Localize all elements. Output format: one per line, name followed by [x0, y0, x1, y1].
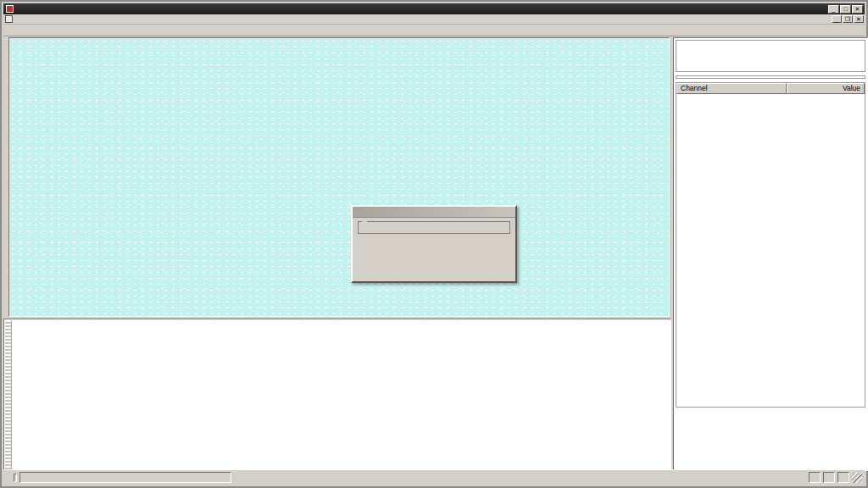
app-window: _ □ ✕ _ ❐ ✕ Channel Value: [0, 0, 868, 488]
chart-panel: [8, 37, 670, 317]
test-state-pane: [809, 472, 821, 483]
test-info-box: [676, 75, 865, 79]
status-bar: [3, 469, 865, 485]
title-bar[interactable]: _ □ ✕: [3, 3, 865, 14]
channel-column-header[interactable]: Channel: [676, 83, 787, 94]
clock-pane: [823, 472, 835, 483]
results-panel: [3, 319, 671, 471]
child-minimize-button[interactable]: _: [832, 15, 842, 23]
test-ended-title: [676, 41, 865, 44]
document-icon: [5, 15, 13, 23]
status-message-pane: [19, 472, 231, 483]
test-result-group: [358, 221, 510, 234]
hostname-pane: [837, 472, 849, 483]
child-restore-button[interactable]: ❐: [843, 15, 853, 23]
panel-grip[interactable]: [5, 320, 12, 469]
results-tabs: [13, 321, 669, 334]
app-icon: [6, 5, 14, 13]
dialog-test-ended: [351, 205, 517, 283]
channel-box: Channel Value: [676, 82, 865, 408]
test-ended-panel: Channel Value: [673, 37, 868, 471]
results-table: [14, 335, 669, 469]
maximize-button[interactable]: □: [840, 5, 851, 14]
dialog-title-bar[interactable]: [353, 207, 515, 218]
resize-grip-icon[interactable]: [852, 473, 862, 483]
test-ended-header: [676, 40, 865, 72]
comms-progress-bar: [14, 474, 17, 482]
value-column-header[interactable]: Value: [787, 83, 865, 94]
toolbar: [3, 25, 865, 36]
close-button[interactable]: ✕: [852, 5, 863, 14]
child-close-button[interactable]: ✕: [854, 15, 864, 23]
cure-chart: [9, 38, 669, 316]
menu-bar: _ ❐ ✕: [3, 14, 865, 25]
minimize-button[interactable]: _: [828, 5, 839, 14]
